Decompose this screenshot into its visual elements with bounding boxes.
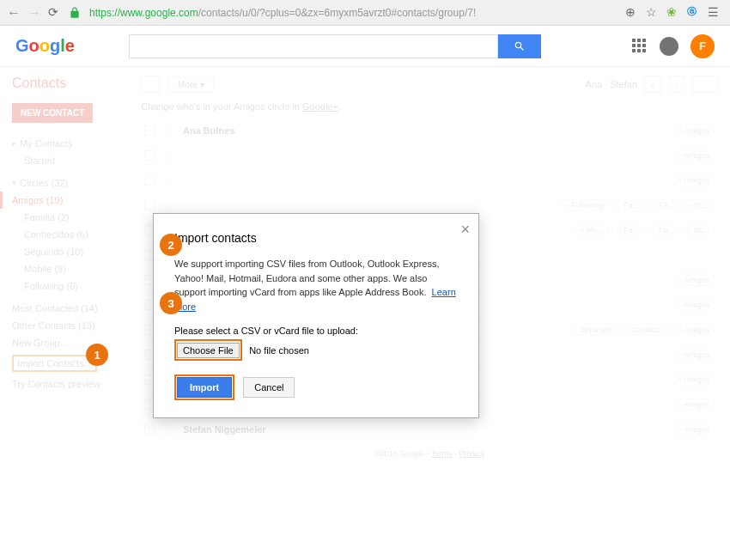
sidebar-item-circles[interactable]: ▾Circles (32) [12, 174, 129, 192]
tag[interactable]: ○ Separate [569, 324, 617, 336]
star-icon[interactable]: ☆ [163, 423, 174, 436]
tag[interactable]: ○ Amigos [672, 324, 715, 336]
tag[interactable]: ○ Amigos [672, 149, 715, 161]
row-checkbox[interactable] [144, 424, 155, 435]
tag[interactable]: ○ Mo... [575, 224, 609, 236]
star-icon[interactable]: ☆ [163, 149, 174, 162]
tag[interactable]: ○ Amigos [672, 125, 715, 137]
prev-page-button[interactable]: ‹ [644, 76, 661, 93]
footer-privacy-link[interactable]: Privacy [459, 449, 485, 458]
zoom-icon[interactable]: ⊕ [625, 5, 641, 21]
google-plus-link[interactable]: Google+ [302, 101, 338, 112]
cancel-button[interactable]: Cancel [243, 377, 295, 398]
import-contacts-dialog: × Import contacts We support importing C… [153, 213, 479, 418]
search-input[interactable] [129, 34, 498, 58]
tag-list: ○ Amigos [672, 149, 715, 161]
tag[interactable]: ○ Fa... [647, 224, 679, 236]
star-icon[interactable]: ☆ [646, 5, 661, 21]
tag[interactable]: ○ Fa... [647, 199, 679, 211]
star-icon[interactable]: ☆ [163, 124, 174, 137]
sidebar-item-label: Import Contacts... [12, 355, 97, 372]
sidebar-item-following[interactable]: Following (0) [12, 277, 129, 295]
tag[interactable]: ○ Amigos [672, 399, 715, 411]
sidebar-item-conhecidos[interactable]: Conhecidos (6) [12, 226, 129, 243]
table-row[interactable]: ☆Ana Bulnes○ Amigos [141, 119, 718, 143]
tag[interactable]: ○ Fa... [611, 224, 644, 236]
sidebar-item-mobile[interactable]: Mobile (9) [12, 260, 129, 277]
table-row[interactable]: ☆○ Amigos [141, 143, 718, 168]
no-file-label: No file chosen [249, 345, 309, 356]
main-area: Contacts NEW CONTACT ▸My Contacts Starre… [0, 67, 730, 560]
tag[interactable]: ○ Sc... [682, 199, 715, 211]
select-all-checkbox[interactable] [141, 76, 160, 93]
url-scheme: https [89, 7, 112, 19]
footer-copyright: ©2016 Google - [374, 449, 431, 458]
sidebar-item-other-contacts[interactable]: Other Contacts (13) [12, 317, 129, 334]
sidebar-item-seguindo[interactable]: Seguindo (10) [12, 243, 129, 260]
sidebar-item-most-contacted[interactable]: Most Contacted (14) [12, 300, 129, 317]
sidebar-item-starred[interactable]: Starred [12, 152, 129, 169]
tag-list: ○ Amigos [672, 423, 715, 435]
tag[interactable]: ○ Amigos [672, 374, 715, 386]
sidebar-item-try-preview[interactable]: Try Contacts preview [12, 375, 129, 393]
choose-file-button[interactable]: Choose File [177, 343, 240, 358]
sidebar-item-label: Circles (32) [20, 178, 68, 188]
sidebar-item-amigos[interactable]: Amigos (19) [0, 192, 129, 209]
notifications-icon[interactable] [660, 37, 678, 56]
next-page-button[interactable]: › [668, 76, 685, 93]
apps-icon[interactable] [632, 39, 648, 54]
sidebar-item-label: My Contacts [20, 138, 72, 149]
circle-note-text: Change who's in your Amigos circle in [141, 101, 302, 112]
new-contact-button[interactable]: NEW CONTACT [12, 103, 93, 123]
tag[interactable]: ○ Amigos [672, 349, 715, 361]
sidebar-item-import-contacts[interactable]: Import Contacts... [12, 351, 129, 375]
back-arrow-icon[interactable]: ← [7, 5, 22, 21]
avatar[interactable]: F [690, 34, 715, 58]
url-path: /contacts/u/0/?cplus=0&zx=6myxm5avrzt0#c… [198, 7, 477, 19]
row-checkbox[interactable] [144, 150, 155, 161]
google-logo[interactable]: Google [15, 36, 94, 56]
row-checkbox[interactable] [144, 125, 155, 136]
tag-list: ○ Amigos [672, 374, 715, 386]
chevron-right-icon: ▸ [12, 139, 16, 148]
tag[interactable]: ○ Sc... [682, 224, 715, 236]
search-button[interactable] [498, 34, 541, 58]
tag[interactable]: ○ Amigos [672, 423, 715, 435]
tag[interactable]: ○ Amigos [672, 299, 715, 311]
tag[interactable]: ○ Contact... [619, 324, 669, 336]
row-checkbox[interactable] [144, 200, 155, 210]
extension-icon-2[interactable]: ⓐ [687, 5, 703, 21]
sidebar-item-new-group[interactable]: New Group... [12, 334, 129, 351]
tag[interactable]: ○ Amigos [672, 174, 715, 186]
row-checkbox[interactable] [144, 175, 155, 186]
dialog-title: Import contacts [174, 231, 458, 245]
close-icon[interactable]: × [460, 221, 470, 239]
sidebar-item-familia[interactable]: Família (2) [12, 209, 129, 226]
star-icon[interactable]: ☆ [163, 173, 174, 187]
sidebar-item-my-contacts[interactable]: ▸My Contacts [12, 135, 129, 152]
table-row[interactable]: ☆○ Amigos [141, 168, 718, 193]
url-host: ://www.google.com [112, 7, 198, 19]
table-row[interactable]: ☆Stefan Niggemeier○ Amigos [141, 417, 718, 442]
url-bar[interactable]: https://www.google.com/contacts/u/0/?cpl… [86, 5, 620, 21]
tag[interactable]: ○ Following [559, 199, 609, 211]
toolbar: More ▾ Ana · Stefan ‹ › [141, 76, 718, 93]
circle-note: Change who's in your Amigos circle in Go… [141, 101, 718, 112]
tag-list: ○ Amigos [672, 299, 715, 311]
page-title: Contacts [12, 76, 129, 91]
callout-badge-2: 2 [160, 234, 182, 256]
tag[interactable]: ○ Fa... [611, 199, 644, 211]
settings-button[interactable] [692, 76, 718, 93]
import-highlight: Import [174, 374, 234, 400]
tag-list: ○ Amigos [672, 174, 715, 186]
tag[interactable]: ○ Amigos [672, 274, 715, 286]
star-icon[interactable]: ☆ [163, 198, 174, 212]
reload-icon[interactable]: ⟳ [48, 5, 64, 21]
tag-list: ○ Separate○ Contact...○ Amigos [569, 324, 715, 336]
footer-terms-link[interactable]: Terms [431, 449, 453, 458]
import-button[interactable]: Import [177, 377, 232, 398]
hamburger-icon[interactable]: ☰ [708, 5, 723, 21]
more-button[interactable]: More ▾ [168, 76, 214, 93]
tag-list: ○ Mo...○ Fa...○ Fa...○ Sc... [575, 224, 715, 236]
extension-icon[interactable]: ❀ [666, 5, 682, 21]
